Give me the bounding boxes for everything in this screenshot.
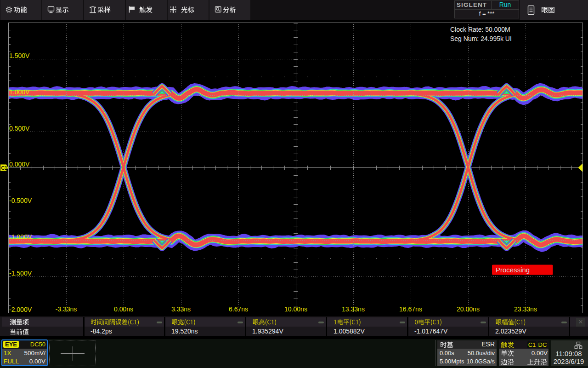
svg-text:-1.000V: -1.000V (9, 233, 32, 241)
svg-text:3.33ns: 3.33ns (171, 305, 191, 313)
svg-text:13.33ns: 13.33ns (342, 305, 365, 313)
svg-text:20.00ns: 20.00ns (457, 305, 480, 313)
svg-text:Clock Rate: 50.000M: Clock Rate: 50.000M (450, 26, 510, 33)
svg-text:Seg Num: 24.995k UI: Seg Num: 24.995k UI (450, 35, 512, 42)
svg-text:C1: C1 (1, 165, 7, 171)
svg-text:10.00ns: 10.00ns (284, 305, 307, 313)
svg-text:0.500V: 0.500V (9, 125, 30, 132)
svg-text:-0.500V: -0.500V (9, 197, 32, 204)
svg-text:1.000V: 1.000V (9, 88, 30, 96)
svg-text:16.67ns: 16.67ns (399, 305, 422, 313)
svg-text:Processing: Processing (496, 266, 530, 274)
svg-text:-1.500V: -1.500V (9, 270, 32, 277)
svg-text:-2.000V: -2.000V (9, 306, 32, 313)
svg-text:-3.33ns: -3.33ns (56, 305, 77, 313)
svg-text:23.33ns: 23.33ns (514, 305, 537, 313)
svg-text:0.000V: 0.000V (9, 161, 30, 168)
svg-text:6.67ns: 6.67ns (229, 305, 248, 313)
svg-text:0.00ns: 0.00ns (114, 305, 133, 313)
svg-text:1.500V: 1.500V (9, 52, 30, 59)
